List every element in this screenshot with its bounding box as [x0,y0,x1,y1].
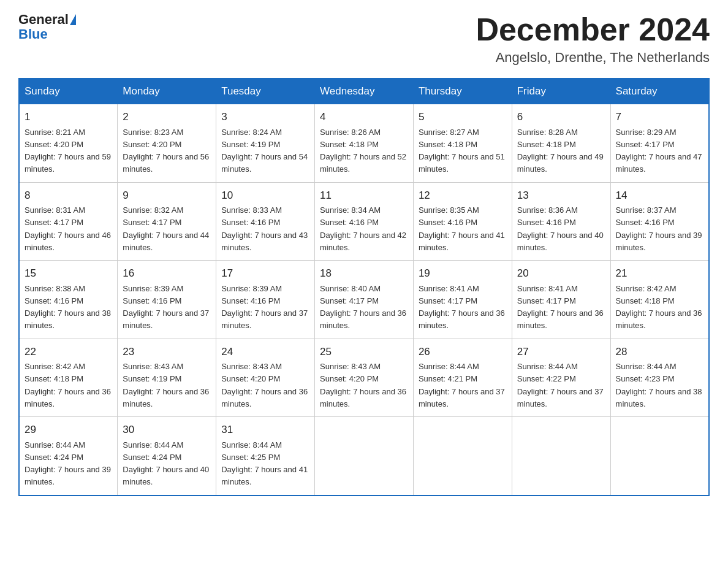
calendar-week-row: 8Sunrise: 8:31 AMSunset: 4:17 PMDaylight… [19,182,709,261]
day-sunset: Sunset: 4:18 PM [419,140,477,149]
day-daylight: Daylight: 7 hours and 37 minutes. [517,387,604,408]
day-daylight: Daylight: 7 hours and 40 minutes. [517,231,604,252]
calendar-day-6: 6Sunrise: 8:28 AMSunset: 4:18 PMDaylight… [512,104,610,183]
calendar-day-7: 7Sunrise: 8:29 AMSunset: 4:17 PMDaylight… [610,104,709,183]
calendar-header-row: SundayMondayTuesdayWednesdayThursdayFrid… [19,79,709,104]
day-header-wednesday: Wednesday [315,79,414,104]
day-daylight: Daylight: 7 hours and 36 minutes. [123,387,209,408]
day-daylight: Daylight: 7 hours and 37 minutes. [419,387,505,408]
day-daylight: Daylight: 7 hours and 37 minutes. [123,308,209,330]
day-sunset: Sunset: 4:21 PM [419,374,477,383]
day-sunset: Sunset: 4:18 PM [320,140,379,149]
day-sunset: Sunset: 4:17 PM [123,218,181,227]
day-number: 24 [221,344,309,360]
day-daylight: Daylight: 7 hours and 56 minutes. [123,152,209,174]
day-sunrise: Sunrise: 8:44 AM [25,440,85,450]
day-sunset: Sunset: 4:17 PM [517,296,576,305]
day-daylight: Daylight: 7 hours and 41 minutes. [221,465,308,486]
calendar-title-section: December 2024 Angelslo, Drenthe, The Net… [476,12,710,66]
day-daylight: Daylight: 7 hours and 40 minutes. [123,465,209,486]
day-sunset: Sunset: 4:20 PM [25,140,83,149]
day-sunset: Sunset: 4:22 PM [517,374,576,383]
calendar-day-17: 17Sunrise: 8:39 AMSunset: 4:16 PMDayligh… [216,261,315,339]
day-number: 7 [616,109,703,125]
day-daylight: Daylight: 7 hours and 37 minutes. [221,308,308,330]
day-sunrise: Sunrise: 8:44 AM [616,362,677,371]
calendar-day-empty [413,417,512,496]
calendar-day-28: 28Sunrise: 8:44 AMSunset: 4:23 PMDayligh… [610,339,709,417]
day-number: 31 [221,422,309,438]
calendar-table: SundayMondayTuesdayWednesdayThursdayFrid… [18,78,710,496]
day-daylight: Daylight: 7 hours and 38 minutes. [616,387,702,408]
day-daylight: Daylight: 7 hours and 36 minutes. [419,308,505,330]
calendar-day-13: 13Sunrise: 8:36 AMSunset: 4:16 PMDayligh… [512,182,610,261]
day-daylight: Daylight: 7 hours and 36 minutes. [221,387,308,408]
calendar-day-15: 15Sunrise: 8:38 AMSunset: 4:16 PMDayligh… [19,261,118,339]
calendar-day-26: 26Sunrise: 8:44 AMSunset: 4:21 PMDayligh… [413,339,512,417]
calendar-day-4: 4Sunrise: 8:26 AMSunset: 4:18 PMDaylight… [315,104,414,183]
day-daylight: Daylight: 7 hours and 36 minutes. [320,308,406,330]
day-sunrise: Sunrise: 8:44 AM [221,440,282,450]
day-sunset: Sunset: 4:16 PM [25,296,83,305]
day-daylight: Daylight: 7 hours and 47 minutes. [616,152,702,174]
day-sunset: Sunset: 4:16 PM [123,296,181,305]
calendar-day-10: 10Sunrise: 8:33 AMSunset: 4:16 PMDayligh… [216,182,315,261]
day-sunrise: Sunrise: 8:24 AM [221,128,282,137]
day-number: 17 [221,266,309,282]
day-sunset: Sunset: 4:16 PM [221,296,280,305]
day-sunrise: Sunrise: 8:31 AM [25,205,85,215]
calendar-day-empty [512,417,610,496]
day-header-sunday: Sunday [19,79,118,104]
day-daylight: Daylight: 7 hours and 46 minutes. [25,231,111,252]
day-sunset: Sunset: 4:16 PM [221,218,280,227]
day-number: 28 [616,344,703,360]
calendar-day-20: 20Sunrise: 8:41 AMSunset: 4:17 PMDayligh… [512,261,610,339]
calendar-subtitle: Angelslo, Drenthe, The Netherlands [476,50,710,66]
day-number: 20 [517,266,605,282]
page-header: General Blue December 2024 Angelslo, Dre… [18,12,710,66]
day-number: 23 [123,344,211,360]
day-sunset: Sunset: 4:18 PM [517,140,576,149]
day-daylight: Daylight: 7 hours and 39 minutes. [25,465,111,486]
day-number: 30 [123,422,211,438]
day-number: 13 [517,188,605,204]
day-number: 2 [123,109,211,125]
day-header-thursday: Thursday [413,79,512,104]
day-number: 29 [25,422,112,438]
day-header-saturday: Saturday [610,79,709,104]
calendar-day-11: 11Sunrise: 8:34 AMSunset: 4:16 PMDayligh… [315,182,414,261]
day-sunrise: Sunrise: 8:41 AM [419,284,479,293]
day-daylight: Daylight: 7 hours and 59 minutes. [25,152,111,174]
day-daylight: Daylight: 7 hours and 36 minutes. [320,387,406,408]
day-sunrise: Sunrise: 8:34 AM [320,205,381,215]
day-number: 4 [320,109,408,125]
day-number: 15 [25,266,112,282]
day-sunset: Sunset: 4:17 PM [320,296,379,305]
day-sunset: Sunset: 4:24 PM [123,453,181,462]
calendar-day-12: 12Sunrise: 8:35 AMSunset: 4:16 PMDayligh… [413,182,512,261]
logo-blue-text: Blue [18,27,76,42]
day-daylight: Daylight: 7 hours and 49 minutes. [517,152,604,174]
day-daylight: Daylight: 7 hours and 43 minutes. [221,231,308,252]
day-daylight: Daylight: 7 hours and 44 minutes. [123,231,209,252]
day-sunset: Sunset: 4:18 PM [25,374,83,383]
day-sunrise: Sunrise: 8:26 AM [320,128,381,137]
day-sunset: Sunset: 4:17 PM [25,218,83,227]
day-daylight: Daylight: 7 hours and 38 minutes. [25,308,111,330]
day-header-tuesday: Tuesday [216,79,315,104]
day-sunrise: Sunrise: 8:39 AM [123,284,183,293]
calendar-day-2: 2Sunrise: 8:23 AMSunset: 4:20 PMDaylight… [118,104,216,183]
calendar-day-empty [610,417,709,496]
day-sunset: Sunset: 4:24 PM [25,453,83,462]
day-daylight: Daylight: 7 hours and 39 minutes. [616,231,702,252]
day-sunset: Sunset: 4:16 PM [517,218,576,227]
day-number: 9 [123,188,211,204]
day-sunrise: Sunrise: 8:43 AM [320,362,381,371]
calendar-day-23: 23Sunrise: 8:43 AMSunset: 4:19 PMDayligh… [118,339,216,417]
calendar-day-5: 5Sunrise: 8:27 AMSunset: 4:18 PMDaylight… [413,104,512,183]
day-sunrise: Sunrise: 8:39 AM [221,284,282,293]
calendar-week-row: 15Sunrise: 8:38 AMSunset: 4:16 PMDayligh… [19,261,709,339]
day-sunrise: Sunrise: 8:23 AM [123,128,183,137]
day-sunrise: Sunrise: 8:28 AM [517,128,578,137]
day-number: 19 [419,266,507,282]
